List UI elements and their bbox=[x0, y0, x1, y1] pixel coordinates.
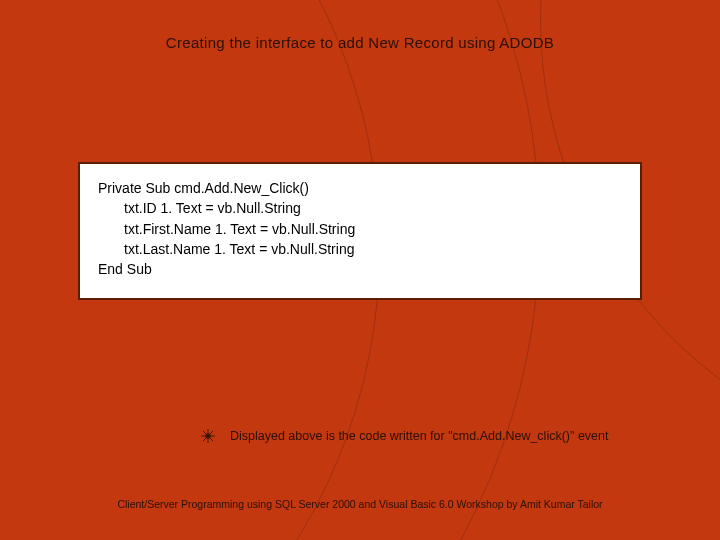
caption-row: Displayed above is the code written for … bbox=[200, 428, 609, 444]
code-line: Private Sub cmd.Add.New_Click() bbox=[98, 178, 622, 198]
spider-bullet-icon bbox=[200, 428, 216, 444]
code-line: txt.ID 1. Text = vb.Null.String bbox=[98, 198, 622, 218]
code-line: txt.First.Name 1. Text = vb.Null.String bbox=[98, 219, 622, 239]
caption-text: Displayed above is the code written for … bbox=[230, 429, 609, 443]
code-line: txt.Last.Name 1. Text = vb.Null.String bbox=[98, 239, 622, 259]
slide-footer: Client/Server Programming using SQL Serv… bbox=[0, 498, 720, 510]
code-line: End Sub bbox=[98, 259, 622, 279]
svg-point-4 bbox=[205, 433, 210, 438]
code-block: Private Sub cmd.Add.New_Click() txt.ID 1… bbox=[78, 162, 642, 300]
slide-title: Creating the interface to add New Record… bbox=[0, 34, 720, 51]
